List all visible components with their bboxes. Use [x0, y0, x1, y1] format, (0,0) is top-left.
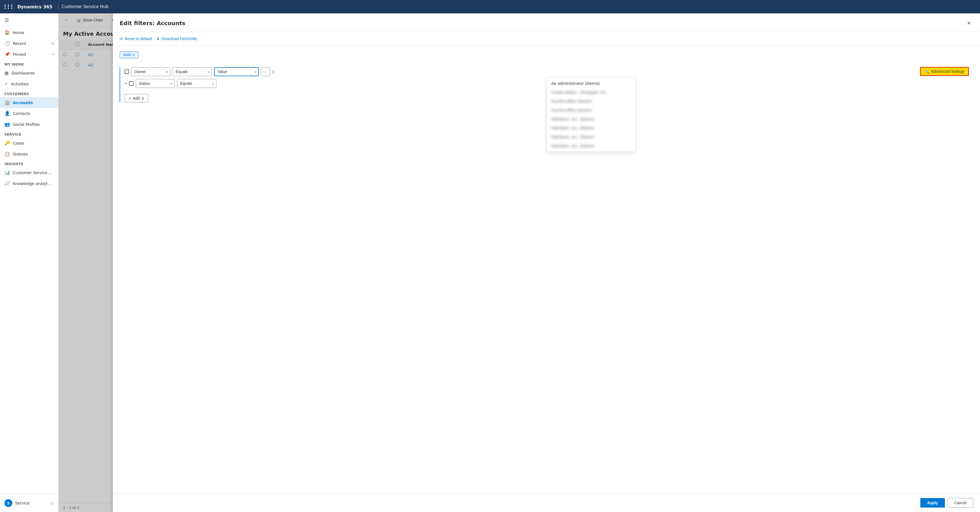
- modal-toolbar: ↺ Reset to default ⬇ Download FetchXML: [113, 32, 980, 46]
- filter-1-field-wrapper: Owner Status Account Name ∨: [131, 67, 170, 76]
- dropdown-item-4[interactable]: Fabrikam, Inc. (Demo): [547, 115, 635, 124]
- sidebar-item-activities[interactable]: ✓ Activities: [0, 78, 58, 89]
- filter-2-field-wrapper: Status Owner Account Name ∨: [136, 79, 175, 88]
- filter-1-field-select[interactable]: Owner Status Account Name: [131, 67, 170, 76]
- section-my-work: My Work: [0, 60, 58, 67]
- sidebar-customer-service-label: Customer Service ...: [13, 171, 52, 175]
- sidebar-item-customer-service[interactable]: 📊 Customer Service ...: [0, 167, 58, 178]
- home-icon: 🏠: [5, 30, 10, 35]
- add-chevron: ∨: [142, 96, 144, 100]
- reset-label: Reset to default: [125, 37, 152, 41]
- sidebar-queues-label: Queues: [13, 152, 28, 156]
- dropdown-item-5[interactable]: Fabrikam, Inc. (Demo): [547, 124, 635, 132]
- sidebar-item-accounts[interactable]: 🏢 Accounts: [0, 97, 58, 108]
- filter-2-field-select[interactable]: Status Owner Account Name: [136, 79, 175, 88]
- filter-1-checkbox[interactable]: [125, 70, 129, 74]
- module-name: Customer Service Hub: [62, 4, 108, 9]
- pinned-chevron: ∨: [52, 53, 54, 56]
- app-grid-icon[interactable]: [5, 5, 14, 9]
- sidebar-pinned-label: Pinned: [13, 52, 26, 57]
- app-name: Dynamics 365: [17, 4, 52, 10]
- sidebar-accounts-label: Accounts: [13, 100, 33, 105]
- modal-footer: Apply Cancel: [113, 493, 980, 512]
- sidebar-item-cases[interactable]: 🔑 Cases: [0, 137, 58, 148]
- dropdown-item-2[interactable]: Fourthcoffee (Demo): [547, 97, 635, 106]
- filter-1-value-select[interactable]: Value: [214, 67, 259, 76]
- download-fetchxml-button[interactable]: ⬇ Download FetchXML: [156, 35, 198, 42]
- cancel-button[interactable]: Cancel: [947, 498, 973, 507]
- modal-title: Edit filters: Accounts: [119, 20, 185, 27]
- sidebar-knowledge-label: Knowledge analyt...: [13, 181, 51, 186]
- sidebar-item-social-profiles[interactable]: 👥 Social Profiles: [0, 119, 58, 130]
- recent-icon: 🕐: [5, 41, 10, 46]
- section-customers: Customers: [0, 89, 58, 97]
- value-dropdown: Aa administrator (Demo) Create Baker - M…: [546, 78, 636, 152]
- accounts-icon: 🏢: [5, 100, 10, 105]
- filter-1-operator-select[interactable]: Equals Does Not Equal Contains: [173, 67, 212, 76]
- modal-close-button[interactable]: ✕: [965, 19, 973, 27]
- knowledge-icon: 📈: [5, 181, 10, 186]
- pinned-icon: 📌: [5, 52, 10, 57]
- add-label: Add: [133, 96, 140, 100]
- sidebar-recent-label: Recent: [13, 41, 26, 46]
- modal-panel: Edit filters: Accounts ✕ ↺ Reset to defa…: [113, 13, 980, 512]
- social-profiles-icon: 👥: [5, 122, 10, 127]
- sidebar-item-contacts[interactable]: 👤 Contacts: [0, 108, 58, 119]
- sidebar-cases-label: Cases: [13, 141, 24, 145]
- filter-1-value-wrapper: Value ∨: [214, 67, 259, 76]
- reset-to-default-button[interactable]: ↺ Reset to default: [119, 35, 152, 42]
- sidebar-item-queues[interactable]: 📋 Queues: [0, 148, 58, 160]
- sidebar-item-dashboards[interactable]: ▦ Dashboards: [0, 67, 58, 78]
- add-filter-button[interactable]: + Add ∨: [125, 94, 148, 102]
- advanced-lookup-icon: 🔍: [924, 69, 929, 74]
- top-bar: Dynamics 365 Customer Service Hub: [0, 0, 980, 13]
- modal-header: Edit filters: Accounts ✕: [113, 13, 980, 32]
- avatar: S: [5, 499, 12, 507]
- sidebar-item-knowledge[interactable]: 📈 Knowledge analyt...: [0, 178, 58, 189]
- section-insights: Insights: [0, 160, 58, 167]
- sidebar-item-recent[interactable]: 🕐 Recent ∨: [0, 38, 58, 49]
- dropdown-item-3[interactable]: Fourthcoffee (Demo): [547, 106, 635, 115]
- dropdown-list: Aa administrator (Demo) Create Baker - M…: [547, 78, 635, 152]
- customer-service-icon: 📊: [5, 170, 10, 175]
- sidebar-bottom: S Service ◇: [0, 494, 58, 512]
- sidebar-social-profiles-label: Social Profiles: [13, 122, 40, 127]
- dropdown-item-0[interactable]: Aa administrator (Demo): [547, 79, 635, 88]
- contacts-icon: 👤: [5, 111, 10, 116]
- sidebar-dashboards-label: Dashboards: [11, 71, 35, 75]
- download-icon: ⬇: [156, 37, 160, 41]
- filter-1-info-icon: ℹ: [272, 69, 274, 75]
- queues-icon: 📋: [5, 151, 10, 156]
- filter-2-operator-select[interactable]: Equals Does Not Equal: [177, 79, 216, 88]
- recent-chevron: ∨: [52, 41, 54, 45]
- reset-icon: ↺: [119, 37, 123, 41]
- sidebar-item-home[interactable]: 🏠 Home: [0, 27, 58, 38]
- filter-1-operator-wrapper: Equals Does Not Equal Contains ∨: [173, 67, 212, 76]
- advanced-lookup-button[interactable]: 🔍 Advanced lookup: [920, 67, 969, 76]
- sidebar-bottom-service[interactable]: S Service ◇: [0, 496, 58, 510]
- and-chevron: ∨: [132, 53, 135, 57]
- sidebar-activities-label: Activities: [11, 82, 29, 86]
- sidebar-item-pinned[interactable]: 📌 Pinned ∨: [0, 49, 58, 60]
- main-layout: ☰ 🏠 Home 🕐 Recent ∨ 📌 Pinned ∨ My Work ▦…: [0, 13, 980, 512]
- sidebar-home-label: Home: [13, 30, 24, 35]
- add-icon: +: [129, 96, 131, 100]
- advanced-lookup-label: Advanced lookup: [931, 69, 964, 74]
- download-label: Download FetchXML: [161, 37, 198, 41]
- apply-button[interactable]: Apply: [920, 498, 945, 507]
- hamburger-button[interactable]: ☰: [0, 13, 58, 27]
- and-operator-badge[interactable]: AND ∨: [119, 51, 138, 58]
- filter-connector: [125, 83, 127, 84]
- dropdown-item-7[interactable]: Fabrikam, Inc. (Demo): [547, 142, 635, 150]
- filter-row-1: Owner Status Account Name ∨ Equals Does …: [125, 67, 973, 76]
- top-bar-divider: [58, 3, 58, 10]
- sidebar-bottom-icon: ◇: [51, 501, 54, 505]
- filter-1-more-button[interactable]: ⋯: [261, 67, 270, 76]
- dropdown-item-6[interactable]: Fabrikam, Inc. (Demo): [547, 132, 635, 142]
- dropdown-item-1[interactable]: Create Baker - Mindspec Inc.: [547, 88, 635, 97]
- sidebar: ☰ 🏠 Home 🕐 Recent ∨ 📌 Pinned ∨ My Work ▦…: [0, 13, 59, 512]
- dashboards-icon: ▦: [5, 70, 9, 76]
- filter-2-checkbox[interactable]: [129, 81, 134, 86]
- cases-icon: 🔑: [5, 140, 10, 146]
- section-service: Service: [0, 130, 58, 137]
